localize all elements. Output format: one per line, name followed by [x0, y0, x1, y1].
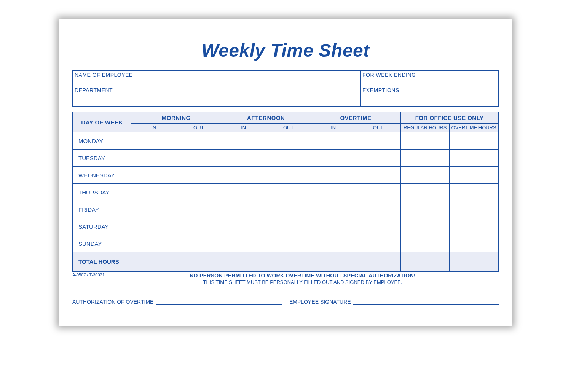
table-row: SUNDAY [73, 235, 498, 252]
notice-sub: THIS TIME SHEET MUST BE PERSONALLY FILLE… [183, 279, 423, 285]
cell-overtime-in[interactable] [311, 167, 356, 184]
cell-overtime-out[interactable] [356, 150, 401, 167]
header-overtime-in: IN [311, 124, 356, 132]
timesheet-document: Weekly Time Sheet NAME OF EMPLOYEE FOR W… [59, 19, 512, 326]
cell-morning-in[interactable] [131, 218, 176, 235]
week-ending-label: FOR WEEK ENDING [361, 71, 498, 86]
cell-overtime-in[interactable] [311, 235, 356, 252]
header-overtime: OVERTIME [311, 112, 401, 124]
cell-regular-hours[interactable] [401, 132, 450, 150]
cell-afternoon-out[interactable] [266, 235, 311, 252]
signature-line[interactable] [353, 300, 499, 305]
header-regular-hours: REGULAR HOURS [401, 124, 450, 132]
cell-afternoon-in[interactable] [221, 201, 266, 218]
day-label: TUESDAY [73, 150, 131, 167]
cell-overtime-out[interactable] [356, 132, 401, 150]
day-label: SUNDAY [73, 235, 131, 252]
cell-morning-out[interactable] [176, 235, 221, 252]
total-afternoon-out [266, 252, 311, 271]
cell-afternoon-in[interactable] [221, 167, 266, 184]
cell-morning-in[interactable] [131, 150, 176, 167]
cell-overtime-hours[interactable] [450, 201, 498, 218]
exemptions-label: EXEMPTIONS [361, 86, 498, 106]
cell-afternoon-in[interactable] [221, 218, 266, 235]
cell-morning-out[interactable] [176, 201, 221, 218]
cell-afternoon-in[interactable] [221, 150, 266, 167]
header-morning-in: IN [131, 124, 176, 132]
cell-morning-in[interactable] [131, 235, 176, 252]
cell-afternoon-out[interactable] [266, 132, 311, 150]
form-id: A-9507 / T-30071 [72, 272, 183, 277]
cell-overtime-hours[interactable] [450, 218, 498, 235]
cell-afternoon-out[interactable] [266, 201, 311, 218]
header-morning: MORNING [131, 112, 221, 124]
cell-overtime-out[interactable] [356, 184, 401, 201]
header-afternoon: AFTERNOON [221, 112, 311, 124]
authorization-line[interactable] [156, 300, 282, 305]
table-row: SATURDAY [73, 218, 498, 235]
header-morning-out: OUT [176, 124, 221, 132]
cell-regular-hours[interactable] [401, 184, 450, 201]
footer-row: A-9507 / T-30071 NO PERSON PERMITTED TO … [72, 272, 499, 285]
signature-label: EMPLOYEE SIGNATURE [289, 299, 353, 305]
cell-afternoon-out[interactable] [266, 167, 311, 184]
header-office-use: FOR OFFICE USE ONLY [401, 112, 498, 124]
notice-block: NO PERSON PERMITTED TO WORK OVERTIME WIT… [183, 272, 423, 285]
cell-morning-in[interactable] [131, 132, 176, 150]
cell-regular-hours[interactable] [401, 150, 450, 167]
table-row: MONDAY [73, 132, 498, 150]
cell-morning-in[interactable] [131, 184, 176, 201]
cell-regular-hours[interactable] [401, 218, 450, 235]
cell-overtime-out[interactable] [356, 218, 401, 235]
cell-overtime-hours[interactable] [450, 235, 498, 252]
cell-afternoon-in[interactable] [221, 184, 266, 201]
cell-afternoon-in[interactable] [221, 235, 266, 252]
total-overtime-in [311, 252, 356, 271]
cell-overtime-hours[interactable] [450, 184, 498, 201]
table-row: FRIDAY [73, 201, 498, 218]
table-row: THURSDAY [73, 184, 498, 201]
total-regular-hours [401, 252, 450, 271]
authorization-group: AUTHORIZATION OF OVERTIME [72, 299, 282, 305]
cell-regular-hours[interactable] [401, 201, 450, 218]
total-overtime-out [356, 252, 401, 271]
cell-overtime-hours[interactable] [450, 150, 498, 167]
cell-morning-in[interactable] [131, 167, 176, 184]
day-label: SATURDAY [73, 218, 131, 235]
cell-afternoon-in[interactable] [221, 132, 266, 150]
cell-overtime-out[interactable] [356, 167, 401, 184]
cell-afternoon-out[interactable] [266, 150, 311, 167]
authorization-label: AUTHORIZATION OF OVERTIME [72, 299, 156, 305]
cell-regular-hours[interactable] [401, 235, 450, 252]
day-label: FRIDAY [73, 201, 131, 218]
cell-overtime-in[interactable] [311, 150, 356, 167]
department-label: DEPARTMENT [73, 86, 361, 106]
total-overtime-hours [450, 252, 498, 271]
cell-overtime-in[interactable] [311, 132, 356, 150]
cell-overtime-in[interactable] [311, 201, 356, 218]
timesheet-table: DAY OF WEEK MORNING AFTERNOON OVERTIME F… [72, 112, 499, 272]
cell-overtime-out[interactable] [356, 201, 401, 218]
day-label: MONDAY [73, 132, 131, 150]
cell-morning-out[interactable] [176, 150, 221, 167]
cell-morning-out[interactable] [176, 184, 221, 201]
cell-overtime-hours[interactable] [450, 132, 498, 150]
cell-afternoon-out[interactable] [266, 184, 311, 201]
cell-morning-out[interactable] [176, 218, 221, 235]
cell-afternoon-out[interactable] [266, 218, 311, 235]
timesheet-body: MONDAY TUESDAY WEDNESDAY T [73, 132, 498, 271]
total-afternoon-in [221, 252, 266, 271]
cell-overtime-out[interactable] [356, 235, 401, 252]
total-hours-label: TOTAL HOURS [73, 252, 131, 271]
table-row: TUESDAY [73, 150, 498, 167]
cell-regular-hours[interactable] [401, 167, 450, 184]
cell-morning-out[interactable] [176, 132, 221, 150]
header-afternoon-out: OUT [266, 124, 311, 132]
cell-overtime-in[interactable] [311, 184, 356, 201]
cell-morning-out[interactable] [176, 167, 221, 184]
cell-overtime-hours[interactable] [450, 167, 498, 184]
signature-group: EMPLOYEE SIGNATURE [289, 299, 499, 305]
cell-morning-in[interactable] [131, 201, 176, 218]
document-title: Weekly Time Sheet [72, 40, 499, 61]
cell-overtime-in[interactable] [311, 218, 356, 235]
